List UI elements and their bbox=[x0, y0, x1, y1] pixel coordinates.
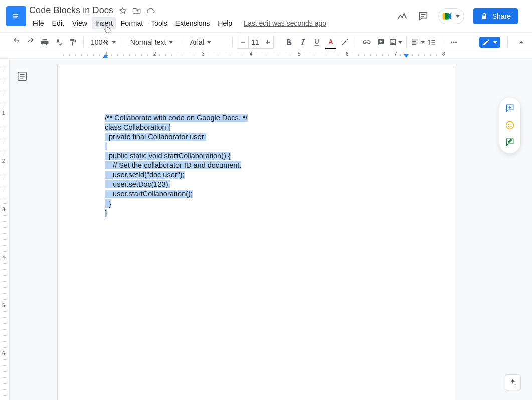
code-line[interactable]: private final Collaborator user; bbox=[105, 132, 406, 142]
chevron-down-icon bbox=[456, 15, 460, 18]
chevron-down-icon bbox=[112, 41, 116, 44]
font-size-increase[interactable]: + bbox=[262, 36, 273, 48]
comments-icon[interactable] bbox=[417, 10, 429, 22]
menu-format[interactable]: Format bbox=[117, 17, 146, 29]
chevron-down-icon bbox=[207, 41, 211, 44]
outline-button[interactable] bbox=[12, 71, 32, 91]
more-toolbar-button[interactable] bbox=[447, 36, 460, 49]
chevron-down-icon bbox=[493, 41, 497, 44]
svg-rect-5 bbox=[445, 13, 448, 20]
editing-mode-button[interactable] bbox=[479, 37, 500, 48]
menu-help[interactable]: Help bbox=[214, 17, 236, 29]
menu-tools[interactable]: Tools bbox=[147, 17, 171, 29]
share-button[interactable]: Share bbox=[473, 8, 518, 24]
lock-icon bbox=[480, 12, 488, 20]
code-line[interactable]: class Collaboration { bbox=[105, 123, 406, 132]
chevron-down-icon bbox=[169, 41, 173, 44]
code-line[interactable]: user.setId("doc user"); bbox=[105, 170, 406, 180]
explore-button[interactable] bbox=[505, 374, 521, 390]
highlight-button[interactable] bbox=[338, 36, 351, 49]
emoji-reaction-button[interactable] bbox=[504, 119, 516, 131]
svg-point-7 bbox=[453, 42, 454, 43]
last-edit-link[interactable]: Last edit was seconds ago bbox=[244, 19, 326, 27]
pencil-icon bbox=[482, 38, 490, 46]
svg-point-8 bbox=[455, 42, 457, 43]
menu-view[interactable]: View bbox=[69, 17, 91, 29]
font-size-value[interactable]: 11 bbox=[248, 36, 262, 48]
code-line[interactable]: user.setDoc(123); bbox=[105, 180, 406, 189]
paragraph-style-select[interactable]: Normal text bbox=[127, 38, 179, 46]
docs-app-icon[interactable] bbox=[6, 6, 26, 26]
svg-point-6 bbox=[451, 42, 452, 43]
move-icon[interactable] bbox=[132, 6, 141, 15]
doc-title[interactable]: Code Blocks in Docs bbox=[29, 5, 113, 16]
underline-button[interactable] bbox=[310, 36, 323, 49]
menu-edit[interactable]: Edit bbox=[49, 17, 68, 29]
star-icon[interactable] bbox=[118, 6, 127, 15]
code-line[interactable] bbox=[105, 142, 406, 151]
suggest-edits-button[interactable] bbox=[504, 136, 516, 148]
code-line[interactable]: /** Collaborate with code on Google Docs… bbox=[105, 113, 406, 123]
code-line[interactable]: } bbox=[105, 209, 406, 218]
activity-icon[interactable] bbox=[396, 10, 408, 22]
svg-point-10 bbox=[506, 122, 514, 129]
chevron-down-icon bbox=[421, 41, 425, 44]
svg-rect-2 bbox=[13, 16, 18, 17]
insert-link-button[interactable] bbox=[360, 36, 373, 49]
meet-button[interactable] bbox=[438, 8, 464, 24]
svg-rect-1 bbox=[13, 14, 18, 15]
text-color-button[interactable] bbox=[324, 36, 337, 49]
svg-rect-3 bbox=[13, 18, 17, 19]
bold-button[interactable] bbox=[282, 36, 295, 49]
code-line[interactable]: } bbox=[105, 199, 406, 209]
document-page[interactable]: /** Collaborate with code on Google Docs… bbox=[57, 65, 455, 400]
zoom-select[interactable]: 100% bbox=[88, 38, 119, 46]
code-line[interactable]: user.startCollaboration(); bbox=[105, 189, 406, 199]
add-comment-side-button[interactable] bbox=[504, 102, 516, 114]
collapse-toolbar-button[interactable] bbox=[515, 36, 528, 49]
insert-comment-button[interactable] bbox=[374, 36, 387, 49]
print-button[interactable] bbox=[38, 36, 51, 49]
italic-button[interactable] bbox=[296, 36, 309, 49]
menu-file[interactable]: File bbox=[29, 17, 48, 29]
paint-format-button[interactable] bbox=[66, 36, 79, 49]
font-select[interactable]: Arial bbox=[187, 38, 228, 46]
font-value: Arial bbox=[190, 38, 204, 46]
insert-image-button[interactable] bbox=[388, 36, 402, 49]
meet-icon bbox=[442, 11, 453, 22]
style-value: Normal text bbox=[130, 38, 166, 46]
zoom-value: 100% bbox=[91, 38, 109, 46]
cloud-status-icon[interactable] bbox=[146, 6, 155, 15]
share-label: Share bbox=[492, 12, 511, 20]
menu-insert[interactable]: Insert bbox=[92, 17, 116, 29]
code-line[interactable]: // Set the collaborator ID and document. bbox=[105, 161, 406, 170]
svg-point-11 bbox=[508, 124, 509, 125]
line-spacing-button[interactable] bbox=[426, 36, 439, 49]
chevron-down-icon bbox=[398, 41, 402, 44]
svg-point-12 bbox=[511, 124, 512, 125]
undo-button[interactable] bbox=[10, 36, 23, 49]
redo-button[interactable] bbox=[24, 36, 37, 49]
font-size-decrease[interactable]: − bbox=[237, 36, 248, 48]
align-button[interactable] bbox=[411, 36, 425, 49]
code-line[interactable]: public static void startCollaboration() … bbox=[105, 151, 406, 161]
menu-extensions[interactable]: Extensions bbox=[172, 17, 213, 29]
spellcheck-button[interactable] bbox=[52, 36, 65, 49]
